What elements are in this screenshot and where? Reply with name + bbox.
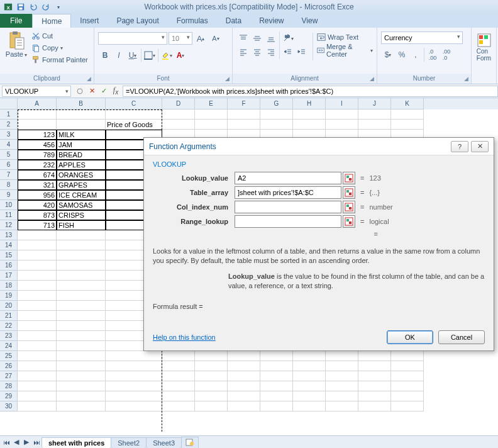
fx-button[interactable]: fx (110, 86, 121, 97)
cell-A24[interactable] (18, 341, 57, 351)
tab-formulas[interactable]: Formulas (168, 14, 217, 28)
cell-J1[interactable] (358, 109, 391, 120)
cell-A7[interactable]: 674 (18, 170, 57, 180)
grow-font-button[interactable]: A▴ (194, 31, 208, 45)
cell-H28[interactable] (293, 381, 326, 391)
shrink-font-button[interactable]: A▾ (209, 31, 223, 45)
col-header-K[interactable]: K (391, 98, 424, 109)
tab-page-layout[interactable]: Page Layout (108, 14, 167, 28)
cell-J2[interactable] (358, 120, 391, 130)
row-header-27[interactable]: 27 (0, 371, 18, 381)
dialog-close-button[interactable]: ✕ (471, 141, 489, 152)
cell-H26[interactable] (293, 361, 326, 371)
cell-A10[interactable]: 420 (18, 200, 57, 210)
cell-K27[interactable] (391, 371, 424, 381)
align-center-button[interactable] (250, 45, 264, 59)
cell-J28[interactable] (358, 381, 391, 391)
paste-button[interactable]: Paste (4, 29, 29, 58)
cell-B3[interactable]: MILK (57, 130, 106, 140)
cell-E1[interactable] (195, 109, 228, 120)
cell-A8[interactable]: 321 (18, 180, 57, 190)
cancel-button[interactable]: Cancel (438, 330, 485, 344)
comma-button[interactable]: , (409, 48, 423, 62)
cell-A15[interactable] (18, 250, 57, 260)
cell-E26[interactable] (195, 361, 228, 371)
cell-C30[interactable] (106, 401, 162, 412)
cell-D2[interactable] (162, 120, 195, 130)
align-left-button[interactable] (236, 45, 250, 59)
cell-I27[interactable] (326, 371, 358, 381)
orientation-button[interactable]: ab (281, 31, 295, 45)
align-right-button[interactable] (264, 45, 278, 59)
align-middle-button[interactable] (250, 31, 264, 45)
fill-color-button[interactable] (160, 48, 174, 62)
sheet-tab-3[interactable]: Sheet3 (146, 437, 182, 448)
cell-C25[interactable] (106, 351, 162, 361)
arg-input-3[interactable] (235, 215, 341, 228)
number-format-select[interactable]: Currency (381, 31, 463, 44)
cell-D27[interactable] (162, 371, 195, 381)
cell-B22[interactable] (57, 321, 106, 331)
cell-A29[interactable] (18, 391, 57, 401)
tab-review[interactable]: Review (250, 14, 292, 28)
cell-H30[interactable] (293, 401, 326, 412)
row-header-18[interactable]: 18 (0, 281, 18, 291)
arg-ref-button-0[interactable] (343, 172, 355, 184)
tab-home[interactable]: Home (32, 14, 71, 28)
cell-D1[interactable] (162, 109, 195, 120)
cell-B8[interactable]: GRAPES (57, 180, 106, 190)
row-header-8[interactable]: 8 (0, 180, 18, 190)
cancel-formula-button[interactable]: ✕ (86, 86, 97, 97)
alignment-dialog-launcher[interactable]: ◢ (368, 75, 375, 82)
cell-G26[interactable] (260, 361, 293, 371)
help-link[interactable]: Help on this function (153, 333, 216, 341)
tab-view[interactable]: View (293, 14, 327, 28)
cell-B15[interactable] (57, 250, 106, 260)
cell-A9[interactable]: 956 (18, 190, 57, 200)
cell-A19[interactable] (18, 291, 57, 301)
row-header-12[interactable]: 12 (0, 220, 18, 230)
new-sheet-button[interactable] (181, 437, 199, 448)
cell-J30[interactable] (358, 401, 391, 412)
cut-button[interactable]: Cut (31, 30, 88, 42)
col-header-E[interactable]: E (195, 98, 228, 109)
cell-B19[interactable] (57, 291, 106, 301)
cell-F28[interactable] (228, 381, 260, 391)
cell-E30[interactable] (195, 401, 228, 412)
cell-J26[interactable] (358, 361, 391, 371)
cell-B29[interactable] (57, 391, 106, 401)
arg-ref-button-1[interactable] (343, 186, 355, 199)
row-header-24[interactable]: 24 (0, 341, 18, 351)
cell-A26[interactable] (18, 361, 57, 371)
cell-F26[interactable] (228, 361, 260, 371)
tab-file[interactable]: File (0, 14, 32, 28)
sheet-nav-last[interactable]: ⏭ (31, 437, 42, 447)
row-header-7[interactable]: 7 (0, 170, 18, 180)
cell-B25[interactable] (57, 351, 106, 361)
row-header-4[interactable]: 4 (0, 140, 18, 150)
row-header-3[interactable]: 3 (0, 130, 18, 140)
row-header-25[interactable]: 25 (0, 351, 18, 361)
font-name-select[interactable] (98, 32, 167, 45)
row-header-20[interactable]: 20 (0, 301, 18, 311)
row-header-14[interactable]: 14 (0, 240, 18, 250)
cell-H27[interactable] (293, 371, 326, 381)
border-button[interactable] (143, 48, 157, 62)
cell-B4[interactable]: JAM (57, 140, 106, 150)
row-header-21[interactable]: 21 (0, 311, 18, 321)
cell-B2[interactable] (57, 120, 106, 130)
cell-K25[interactable] (391, 351, 424, 361)
cell-B20[interactable] (57, 301, 106, 311)
cell-B7[interactable]: ORANGES (57, 170, 106, 180)
font-size-select[interactable]: 10 (169, 32, 192, 45)
col-header-A[interactable]: A (18, 98, 57, 109)
cell-K29[interactable] (391, 391, 424, 401)
row-header-9[interactable]: 9 (0, 190, 18, 200)
cell-F27[interactable] (228, 371, 260, 381)
cell-A16[interactable] (18, 260, 57, 271)
cell-F1[interactable] (228, 109, 260, 120)
row-header-11[interactable]: 11 (0, 210, 18, 220)
cell-A14[interactable] (18, 240, 57, 250)
cell-A27[interactable] (18, 371, 57, 381)
cell-K26[interactable] (391, 361, 424, 371)
